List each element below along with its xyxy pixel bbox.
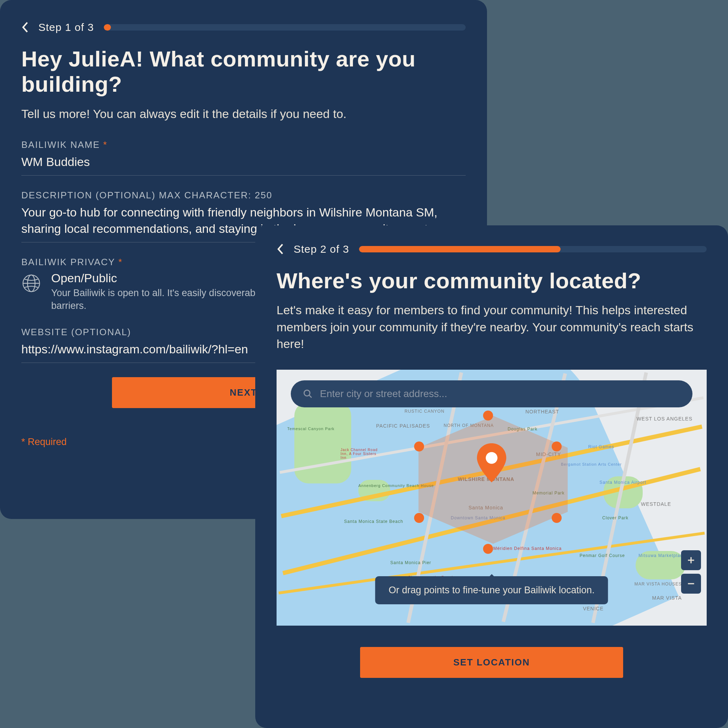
map-label: Penmar Golf Course: [580, 553, 625, 558]
progress-fill: [359, 246, 561, 252]
name-field: BAILIWIK NAME * WM Buddies: [21, 139, 466, 176]
step2-card: Step 2 of 3 Where's your community locat…: [255, 225, 728, 728]
step-indicator: Step 1 of 3: [38, 21, 94, 34]
page-subtitle: Tell us more! You can always edit it the…: [21, 106, 466, 122]
step-indicator: Step 2 of 3: [294, 243, 349, 255]
chevron-left-icon: [21, 21, 28, 33]
hexagon-handle[interactable]: [483, 544, 493, 554]
divider: [21, 175, 466, 176]
map-label: Mitsuwa Marketplace: [638, 553, 685, 558]
map-label: WEST LOS ANGELES: [637, 416, 693, 422]
globe-icon: [21, 273, 41, 293]
park: [294, 402, 351, 483]
map-label: MAR VISTA: [652, 595, 682, 601]
minus-icon: [687, 579, 696, 588]
hexagon-handle[interactable]: [414, 442, 424, 451]
page-title: Where's your community located?: [277, 268, 707, 293]
map-label: Le Méridien Delfina Santa Monica: [486, 546, 562, 551]
hexagon-handle[interactable]: [483, 411, 493, 421]
back-button[interactable]: [277, 243, 284, 255]
map-label: Bergamot Station Arts Center: [561, 462, 622, 466]
description-label: DESCRIPTION (OPTIONAL) MAX CHARACTER: 25…: [21, 190, 466, 201]
map-tooltip: Or drag points to fine-tune your Bailiwi…: [375, 576, 608, 604]
svg-point-4: [304, 390, 310, 396]
zoom-out-button[interactable]: [681, 574, 701, 593]
map-label: Riot Games: [588, 444, 614, 449]
chevron-left-icon: [277, 243, 284, 255]
search-icon: [303, 389, 313, 399]
name-input[interactable]: WM Buddies: [21, 154, 466, 173]
map-label: WESTDALE: [641, 501, 671, 507]
map-label: NORTHEAST: [525, 409, 559, 414]
progress-bar: [359, 246, 707, 252]
page-title: Hey JulieA! What community are you build…: [21, 46, 466, 97]
map-label: VENICE: [583, 606, 604, 612]
location-pin-icon[interactable]: [476, 443, 508, 482]
map-label: RUSTIC CANYON: [405, 409, 444, 414]
zoom-controls: [681, 550, 701, 593]
map-label: Santa Monica Pier: [390, 560, 431, 565]
map-label: MAR VISTA HOUSES: [635, 581, 682, 587]
map-label: PACIFIC PALISADES: [376, 423, 430, 429]
page-subtitle: Let's make it easy for members to find y…: [277, 302, 707, 353]
back-button[interactable]: [21, 21, 28, 34]
step-row: Step 2 of 3: [277, 243, 707, 255]
map-label: Clover Park: [602, 515, 629, 520]
map-search-input[interactable]: [320, 388, 681, 399]
step-row: Step 1 of 3: [21, 21, 466, 34]
map-label: Santa Monica Airport: [600, 480, 646, 485]
map-label: Santa Monica State Beach: [344, 519, 403, 524]
name-label: BAILIWIK NAME *: [21, 139, 466, 150]
progress-fill: [104, 24, 111, 31]
set-location-button[interactable]: SET LOCATION: [360, 647, 623, 678]
map-label: Jack Channel Road Inn, A Four Sisters In…: [341, 448, 383, 460]
map-search: [291, 380, 693, 407]
zoom-in-button[interactable]: [681, 550, 701, 570]
svg-point-3: [486, 452, 498, 464]
map[interactable]: WILSHIRE MONTANA Santa Monica MID-CITY N…: [277, 370, 707, 626]
svg-line-5: [309, 395, 312, 398]
progress-bar: [104, 24, 466, 31]
hexagon-handle[interactable]: [552, 442, 562, 451]
plus-icon: [687, 555, 696, 565]
map-label: Temescal Canyon Park: [287, 427, 335, 431]
